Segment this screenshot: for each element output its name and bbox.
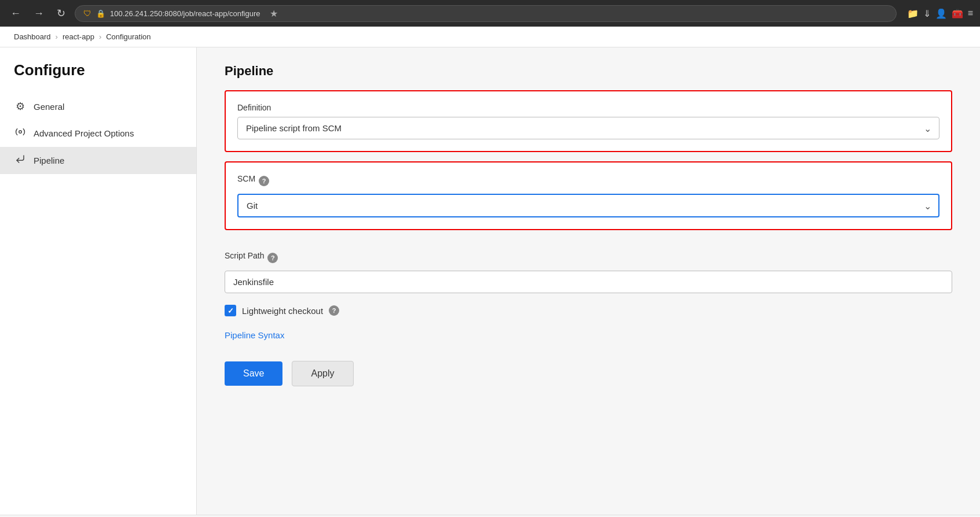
scm-select-wrapper: None Git ⌄ bbox=[237, 194, 939, 217]
download-icon[interactable]: ⇓ bbox=[923, 8, 931, 19]
browser-chrome: ← → ↻ 🛡 🔒 100.26.241.250:8080/job/react-… bbox=[0, 0, 980, 27]
script-path-section: Script Path ? bbox=[225, 239, 952, 293]
scm-label-row: SCM ? bbox=[237, 174, 939, 188]
definition-select[interactable]: Pipeline script Pipeline script from SCM bbox=[237, 117, 939, 139]
breadcrumb-sep-2: › bbox=[99, 32, 101, 41]
sidebar-title: Configure bbox=[0, 61, 196, 93]
sidebar-item-pipeline[interactable]: Pipeline bbox=[0, 147, 196, 174]
footer: REST API Jenkins 2.452.1 bbox=[0, 515, 980, 517]
sidebar-item-advanced-label: Advanced Project Options bbox=[34, 128, 134, 138]
shield-icon: 🛡 bbox=[83, 9, 91, 18]
pocket-icon[interactable]: 📁 bbox=[907, 8, 919, 19]
apply-button[interactable]: Apply bbox=[292, 361, 353, 386]
advanced-icon bbox=[14, 127, 27, 140]
favorite-icon[interactable]: ★ bbox=[270, 8, 278, 19]
scm-help-icon[interactable]: ? bbox=[259, 176, 269, 186]
script-path-input[interactable] bbox=[225, 271, 952, 293]
script-path-help-icon[interactable]: ? bbox=[267, 253, 278, 263]
scm-label: SCM bbox=[237, 174, 255, 183]
pipeline-icon bbox=[14, 154, 27, 167]
breadcrumb-react-app[interactable]: react-app bbox=[63, 32, 94, 41]
section-title: Pipeline bbox=[225, 64, 952, 79]
svg-point-0 bbox=[19, 131, 22, 134]
extensions-icon[interactable]: 🧰 bbox=[952, 8, 963, 19]
script-path-label-row: Script Path ? bbox=[225, 251, 952, 265]
buttons-row: Save Apply bbox=[225, 361, 952, 386]
lightweight-help-icon[interactable]: ? bbox=[329, 305, 339, 316]
definition-label: Definition bbox=[237, 103, 939, 112]
menu-icon[interactable]: ≡ bbox=[968, 8, 973, 19]
lightweight-checkout-row: ✓ Lightweight checkout ? bbox=[225, 305, 952, 316]
lightweight-checkout-checkbox[interactable]: ✓ bbox=[225, 305, 236, 316]
checkmark-icon: ✓ bbox=[227, 306, 234, 315]
definition-section: Definition Pipeline script Pipeline scri… bbox=[225, 90, 952, 152]
browser-actions: 📁 ⇓ 👤 🧰 ≡ bbox=[907, 8, 973, 19]
sidebar-item-general[interactable]: ⚙ General bbox=[0, 93, 196, 120]
back-button[interactable]: ← bbox=[7, 7, 24, 20]
general-icon: ⚙ bbox=[14, 100, 27, 113]
address-bar[interactable]: 🛡 🔒 100.26.241.250:8080/job/react-app/co… bbox=[75, 5, 897, 22]
content-area: Pipeline Definition Pipeline script Pipe… bbox=[197, 47, 980, 515]
breadcrumb: Dashboard › react-app › Configuration bbox=[0, 27, 980, 47]
breadcrumb-sep-1: › bbox=[56, 32, 58, 41]
pipeline-syntax-link[interactable]: Pipeline Syntax bbox=[225, 330, 284, 340]
lightweight-checkout-label: Lightweight checkout bbox=[242, 306, 323, 316]
scm-select[interactable]: None Git bbox=[237, 194, 939, 217]
reload-button[interactable]: ↻ bbox=[53, 7, 69, 20]
main-layout: Configure ⚙ General Advanced Project Opt… bbox=[0, 47, 980, 515]
lock-icon: 🔒 bbox=[96, 9, 105, 18]
definition-select-wrapper: Pipeline script Pipeline script from SCM… bbox=[237, 117, 939, 139]
breadcrumb-dashboard[interactable]: Dashboard bbox=[14, 32, 51, 41]
sidebar-item-advanced[interactable]: Advanced Project Options bbox=[0, 120, 196, 147]
url-host: 100.26.241.250 bbox=[110, 9, 162, 18]
sidebar: Configure ⚙ General Advanced Project Opt… bbox=[0, 47, 197, 515]
breadcrumb-configuration: Configuration bbox=[106, 32, 151, 41]
sidebar-item-pipeline-label: Pipeline bbox=[34, 156, 64, 165]
forward-button[interactable]: → bbox=[30, 7, 47, 20]
url-text: 100.26.241.250:8080/job/react-app/config… bbox=[110, 9, 260, 18]
sidebar-item-general-label: General bbox=[34, 102, 64, 112]
account-icon[interactable]: 👤 bbox=[935, 8, 947, 19]
scm-section: SCM ? None Git ⌄ bbox=[225, 161, 952, 230]
script-path-label: Script Path bbox=[225, 251, 264, 260]
url-path: :8080/job/react-app/configure bbox=[162, 9, 260, 18]
save-button[interactable]: Save bbox=[225, 361, 282, 386]
